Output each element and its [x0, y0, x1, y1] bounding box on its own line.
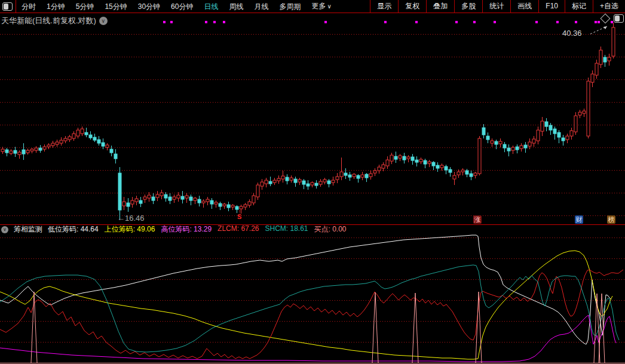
- toolbar-button-7[interactable]: F10: [538, 0, 565, 13]
- chart-title-row: 天华新能(日线.前复权.对数) ∨: [1, 16, 108, 26]
- high-price-label: 40.36: [562, 29, 582, 38]
- toolbar: 分时1分钟5分钟15分钟30分钟60分钟日线周线月线多周期更多∨ 显示复权叠加多…: [0, 0, 625, 13]
- chart-canvas: [0, 0, 625, 364]
- layout-panel-icon[interactable]: [2, 2, 13, 11]
- period-item-7[interactable]: 日线: [198, 0, 223, 13]
- mini-app-badge-3[interactable]: 榜: [607, 215, 615, 224]
- candlestick-layer: [1, 23, 615, 220]
- low-price-label: ←16.46: [117, 214, 145, 223]
- sell-marker-letter: S: [237, 213, 241, 220]
- layout-panel-icon-right-fill: [615, 16, 620, 21]
- toolbar-button-2[interactable]: 复权: [398, 0, 426, 13]
- period-item-9[interactable]: 月线: [249, 0, 274, 13]
- period-item-6[interactable]: 60分钟: [166, 0, 198, 13]
- toolbar-button-4[interactable]: 多股: [454, 0, 482, 13]
- more-chevron-icon: ∨: [327, 3, 331, 10]
- period-menu: 分时1分钟5分钟15分钟30分钟60分钟日线周线月线多周期更多∨: [16, 0, 337, 13]
- indicator-field-4: ZLCM: 67.26: [217, 224, 259, 235]
- indicator-field-6: 买点: 0.00: [314, 224, 347, 235]
- toolbar-button-3[interactable]: 叠加: [426, 0, 454, 13]
- app-window: 分时1分钟5分钟15分钟30分钟60分钟日线周线月线多周期更多∨ 显示复权叠加多…: [0, 0, 625, 364]
- period-item-3[interactable]: 5分钟: [71, 0, 100, 13]
- layout-panel-icon-right[interactable]: [614, 14, 624, 23]
- toolbar-button-1[interactable]: 显示: [370, 0, 398, 13]
- corner-icons: [602, 14, 624, 23]
- period-item-8[interactable]: 周线: [223, 0, 249, 13]
- mini-app-badge-1[interactable]: 涨: [473, 215, 482, 224]
- toolbar-button-5[interactable]: 统计: [482, 0, 510, 13]
- stock-title: 天华新能(日线.前复权.对数): [1, 16, 96, 26]
- indicator-chevron-down-icon[interactable]: ∨: [1, 226, 8, 233]
- layout-panel-icon-fill: [4, 4, 8, 10]
- indicator-header: ∨ 筹相监测 低位筹码: 44.64上位筹码: 49.06高位筹码: 13.29…: [0, 225, 625, 234]
- period-item-10[interactable]: 多周期: [274, 0, 306, 13]
- indicator-name: 筹相监测: [14, 224, 42, 235]
- indicator-field-1: 低位筹码: 44.64: [48, 224, 99, 235]
- diamond-marker-icon[interactable]: [601, 14, 611, 24]
- indicator-field-5: SHCM: 18.61: [265, 224, 308, 235]
- event-dots-layer: [163, 21, 613, 23]
- chevron-down-icon[interactable]: ∨: [99, 17, 108, 25]
- mini-app-badge-2[interactable]: 财: [575, 215, 583, 224]
- toolbar-button-8[interactable]: 标记: [565, 0, 593, 13]
- period-item-1[interactable]: 分时: [16, 0, 41, 13]
- toolbar-actions: 显示复权叠加多股统计画线F10标记+自选: [370, 0, 625, 13]
- period-item-5[interactable]: 30分钟: [133, 0, 166, 13]
- indicator-lines-layer: [0, 235, 623, 362]
- indicator-fields: 低位筹码: 44.64上位筹码: 49.06高位筹码: 13.29ZLCM: 6…: [48, 224, 347, 235]
- toolbar-button-6[interactable]: 画线: [510, 0, 538, 13]
- indicator-field-3: 高位筹码: 13.29: [161, 224, 212, 235]
- grid-layer: [0, 35, 625, 343]
- period-item-2[interactable]: 1分钟: [41, 0, 71, 13]
- indicator-field-2: 上位筹码: 49.06: [105, 224, 155, 235]
- period-item-11[interactable]: 更多∨: [306, 0, 336, 13]
- sell-signal-marker: ↑ S: [237, 209, 241, 220]
- toolbar-button-9[interactable]: +自选: [593, 0, 625, 13]
- period-item-4[interactable]: 15分钟: [99, 0, 132, 13]
